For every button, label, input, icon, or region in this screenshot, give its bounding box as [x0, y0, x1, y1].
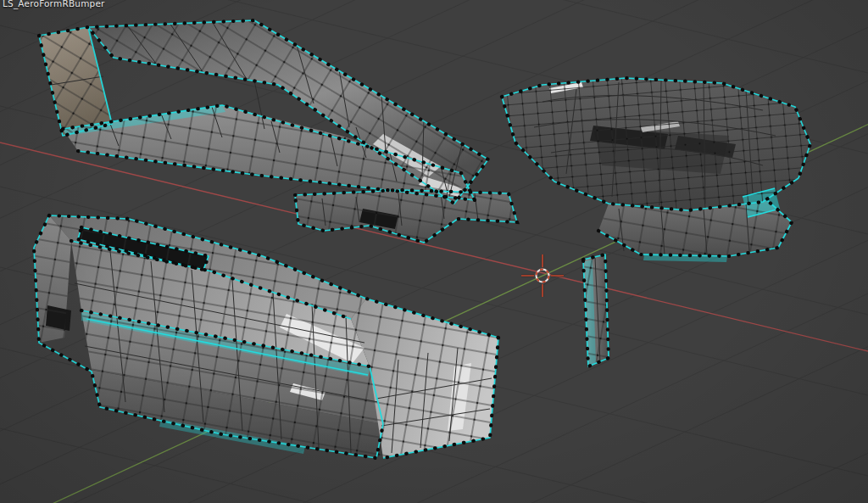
viewport-canvas	[0, 0, 868, 503]
active-object-label: LS_AeroFormRBumper	[3, 0, 105, 8]
mesh-rear-bumper[interactable]	[502, 78, 810, 366]
rbumper-wireframe-overlay-2	[583, 200, 792, 366]
mesh-front-bumper[interactable]	[34, 215, 498, 458]
3d-viewport[interactable]: LS_AeroFormRBumper	[0, 0, 868, 503]
fbumper-wireframe-overlay	[34, 215, 498, 458]
